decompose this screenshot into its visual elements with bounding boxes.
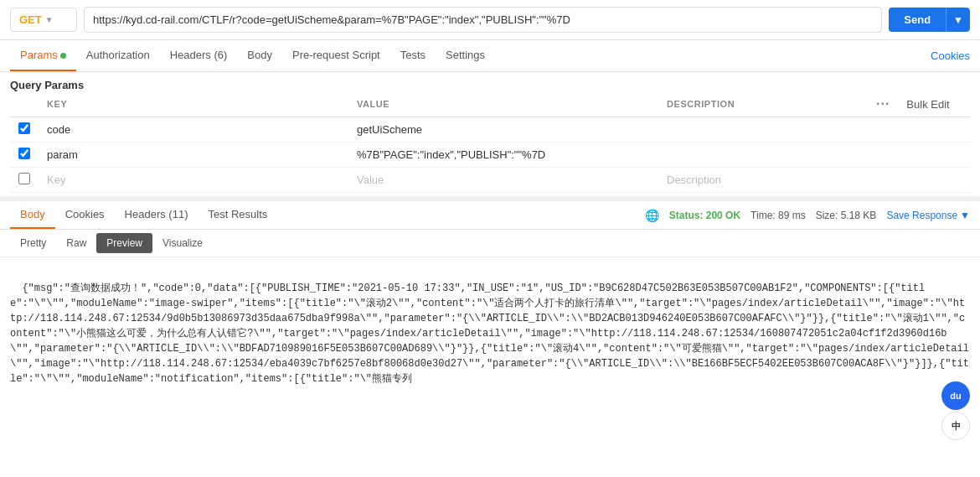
row2-description bbox=[658, 143, 868, 168]
tab-pre-request-script[interactable]: Pre-request Script bbox=[282, 40, 390, 71]
table-row-placeholder: Key Value Description bbox=[10, 168, 970, 193]
col-header-dots: ··· bbox=[868, 91, 898, 117]
view-tabs-bar: Pretty Raw Preview Visualize bbox=[0, 230, 980, 257]
placeholder-value: Value bbox=[348, 168, 658, 193]
tab-params[interactable]: Params bbox=[10, 40, 76, 71]
resp-tab-cookies[interactable]: Cookies bbox=[55, 201, 115, 229]
send-group: Send ▼ bbox=[889, 8, 970, 32]
url-input[interactable] bbox=[84, 7, 882, 33]
row1-dots bbox=[868, 117, 898, 143]
params-table: KEY VALUE DESCRIPTION ··· Bulk Edit code… bbox=[10, 91, 970, 193]
params-dot bbox=[60, 53, 66, 59]
placeholder-actions bbox=[898, 168, 970, 193]
response-body[interactable]: {"msg":"查询数据成功！","code":0,"data":[{"PUBL… bbox=[0, 257, 980, 404]
placeholder-checkbox-cell bbox=[10, 168, 39, 193]
table-row: param %7B"PAGE":"index","PUBLISH":""%7D bbox=[10, 143, 970, 168]
send-arrow-button[interactable]: ▼ bbox=[946, 8, 970, 32]
view-tab-preview[interactable]: Preview bbox=[96, 233, 152, 253]
response-status-area: 🌐 Status: 200 OK Time: 89 ms Size: 5.18 … bbox=[645, 209, 970, 222]
request-tabs: Params Authorization Headers (6) Body Pr… bbox=[0, 40, 980, 72]
bulk-edit-button[interactable]: Bulk Edit bbox=[906, 98, 949, 111]
col-header-bulk-edit: Bulk Edit bbox=[898, 91, 970, 117]
query-params-title: Query Params bbox=[0, 72, 980, 91]
col-header-description: DESCRIPTION bbox=[658, 91, 868, 117]
tab-body[interactable]: Body bbox=[237, 40, 282, 71]
col-header-value: VALUE bbox=[348, 91, 658, 117]
status-ok: Status: 200 OK bbox=[669, 210, 740, 221]
row1-checkbox-cell bbox=[10, 117, 39, 143]
tab-headers[interactable]: Headers (6) bbox=[160, 40, 238, 71]
col-header-key: KEY bbox=[39, 91, 348, 117]
method-chevron-icon: ▼ bbox=[45, 15, 54, 24]
method-label: GET bbox=[19, 13, 42, 26]
row1-checkbox[interactable] bbox=[18, 122, 30, 134]
response-size: Size: 5.18 KB bbox=[816, 210, 877, 221]
row2-dots bbox=[868, 143, 898, 168]
resp-tab-body[interactable]: Body bbox=[10, 201, 55, 229]
view-tab-visualize[interactable]: Visualize bbox=[152, 233, 213, 253]
response-tabs-bar: Body Cookies Headers (11) Test Results 🌐… bbox=[0, 201, 980, 230]
view-tab-pretty[interactable]: Pretty bbox=[10, 233, 56, 253]
placeholder-checkbox[interactable] bbox=[18, 173, 30, 184]
top-bar: GET ▼ Send ▼ bbox=[0, 0, 980, 40]
tab-settings[interactable]: Settings bbox=[436, 40, 495, 71]
globe-icon: 🌐 bbox=[645, 209, 659, 222]
tab-tests[interactable]: Tests bbox=[390, 40, 436, 71]
save-response-arrow-icon: ▼ bbox=[960, 210, 970, 221]
row1-value: getUiScheme bbox=[348, 117, 658, 143]
table-row: code getUiScheme bbox=[10, 117, 970, 143]
view-tab-raw[interactable]: Raw bbox=[56, 233, 96, 253]
row2-value: %7B"PAGE":"index","PUBLISH":""%7D bbox=[348, 143, 658, 168]
row1-key: code bbox=[39, 117, 348, 143]
save-response-button[interactable]: Save Response ▼ bbox=[886, 210, 970, 221]
row2-checkbox-cell bbox=[10, 143, 39, 168]
send-button[interactable]: Send bbox=[889, 8, 946, 32]
tab-authorization[interactable]: Authorization bbox=[76, 40, 160, 71]
row2-key: param bbox=[39, 143, 348, 168]
placeholder-dots bbox=[868, 168, 898, 193]
row2-checkbox[interactable] bbox=[18, 148, 30, 159]
cookies-link[interactable]: Cookies bbox=[931, 41, 970, 70]
placeholder-key: Key bbox=[39, 168, 348, 193]
method-select[interactable]: GET ▼ bbox=[10, 8, 77, 32]
resp-tab-test-results[interactable]: Test Results bbox=[198, 201, 277, 229]
dots-icon: ··· bbox=[876, 96, 890, 111]
row1-actions bbox=[898, 117, 970, 143]
zh-badge[interactable]: 中 bbox=[941, 412, 970, 440]
placeholder-description: Description bbox=[658, 168, 868, 193]
baidu-badge[interactable]: du bbox=[941, 381, 970, 410]
response-time: Time: 89 ms bbox=[750, 210, 806, 221]
resp-tab-headers[interactable]: Headers (11) bbox=[115, 201, 199, 229]
col-header-checkbox bbox=[10, 91, 39, 117]
row1-description bbox=[658, 117, 868, 143]
row2-actions bbox=[898, 143, 970, 168]
params-table-wrapper: KEY VALUE DESCRIPTION ··· Bulk Edit code… bbox=[0, 91, 980, 193]
